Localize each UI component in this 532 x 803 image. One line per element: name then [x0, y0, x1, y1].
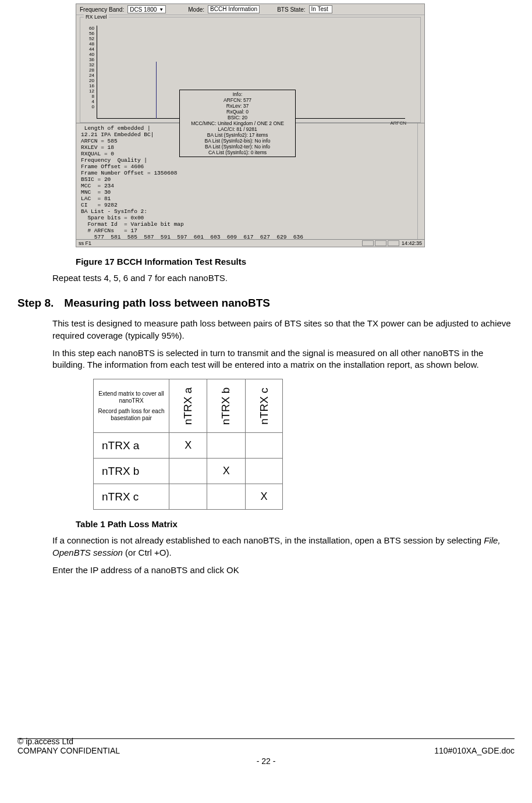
matrix-col-head: nTRX a	[169, 379, 207, 433]
matrix-corner: Extend matrix to cover all nanoTRX Recor…	[94, 379, 169, 433]
step-number: Step 8.	[17, 297, 54, 310]
rx-spike	[156, 62, 157, 119]
bts-state-value[interactable]: In Test	[309, 5, 332, 13]
matrix-cell	[169, 484, 207, 510]
matrix-row-head: nTRX a	[94, 433, 169, 459]
info-tooltip: Info:ARFCN: 577RxLev: 37RxQual: 0BSIC: 2…	[179, 90, 296, 157]
matrix-col-head: nTRX c	[245, 379, 282, 433]
rx-level-title: RX Level	[84, 14, 109, 20]
path-loss-matrix: Extend matrix to cover all nanoTRX Recor…	[93, 379, 283, 510]
step-heading: Step 8. Measuring path loss between nano…	[17, 297, 515, 310]
matrix-col-head: nTRX b	[207, 379, 245, 433]
matrix-cell: X	[245, 484, 282, 510]
y-axis-line	[97, 26, 97, 119]
step-title: Measuring path loss between nanoBTS	[64, 297, 270, 310]
bts-state-label: BTS State:	[277, 6, 305, 13]
matrix-row-head: nTRX c	[94, 484, 169, 510]
repeat-instruction: Repeat tests 4, 5, 6 and 7 for each nano…	[52, 272, 512, 284]
matrix-cell	[245, 433, 282, 459]
footer-copyright: © ip.access Ltd	[17, 737, 515, 746]
footer-confidential: COMPANY CONFIDENTIAL	[17, 746, 120, 755]
rx-level-panel: RX Level 60565248444036322824201612840 A…	[80, 17, 421, 123]
footer-page-number: - 22 -	[17, 756, 515, 766]
matrix-cell: X	[169, 433, 207, 459]
matrix-cell	[207, 433, 245, 459]
p3-suffix: (or Ctrl +O).	[123, 548, 172, 557]
step-p3: If a connection is not already establish…	[52, 535, 512, 559]
screenshot-toolbar: Frequency Band: DCS 1800 ▼ Mode: BCCH In…	[76, 4, 424, 15]
matrix-cell	[207, 484, 245, 510]
page-footer: © ip.access Ltd COMPANY CONFIDENTIAL 110…	[17, 737, 515, 766]
matrix-cell	[169, 459, 207, 484]
mode-value[interactable]: BCCH Information	[208, 5, 260, 13]
step-p1: This test is designed to measure path lo…	[52, 318, 512, 342]
scrollbar-vertical[interactable]	[417, 123, 424, 239]
figure-caption: Figure 17 BCCH Information Test Results	[76, 257, 515, 267]
freq-band-select[interactable]: DCS 1800 ▼	[127, 5, 166, 13]
step-p4: Enter the IP address of a nanoBTS and cl…	[52, 564, 512, 576]
freq-band-label: Frequency Band:	[80, 6, 124, 13]
status-cell	[362, 240, 374, 246]
bcch-screenshot: Frequency Band: DCS 1800 ▼ Mode: BCCH In…	[76, 3, 425, 247]
status-cell	[388, 240, 399, 246]
footer-docref: 110#010XA_GDE.doc	[434, 746, 515, 755]
matrix-row-head: nTRX b	[94, 459, 169, 484]
matrix-cell: X	[207, 459, 245, 484]
status-bar: ss F1 14:42:35	[76, 239, 424, 247]
mode-label: Mode:	[188, 6, 204, 13]
step-p2: In this step each nanoBTS is selected in…	[52, 347, 512, 371]
table-caption: Table 1 Path Loss Matrix	[76, 519, 515, 529]
freq-band-value: DCS 1800	[130, 6, 157, 13]
y-axis-ticks: 60565248444036322824201612840	[83, 26, 94, 109]
status-time: 14:42:35	[402, 240, 422, 246]
status-left: ss F1	[79, 240, 91, 246]
matrix-corner-line1: Extend matrix to cover all nanoTRX	[97, 390, 165, 404]
chevron-down-icon: ▼	[159, 7, 164, 12]
status-cell	[375, 240, 386, 246]
rx-level-chart: 60565248444036322824201612840 ARFCN Info…	[98, 26, 405, 119]
p3-text: If a connection is not already establish…	[52, 535, 484, 545]
matrix-cell	[245, 459, 282, 484]
matrix-corner-line2: Record path loss for each basestation pa…	[97, 408, 165, 422]
